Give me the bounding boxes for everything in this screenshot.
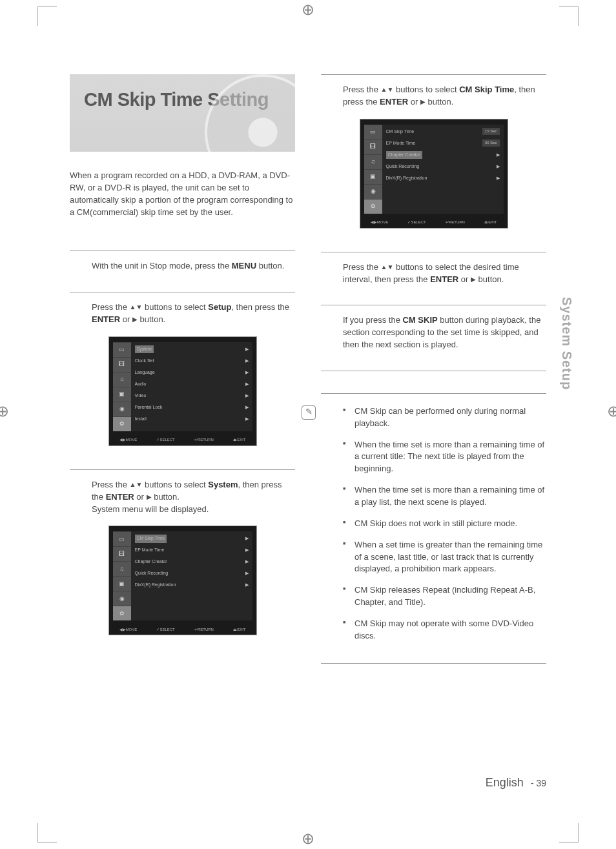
right-column: Press the ▲▼ buttons to select CM Skip T… <box>321 74 546 791</box>
step-text: If you press the <box>343 315 403 325</box>
onscreen-menu-system: System ▭ 🎞 ♫ ▣ ◉ ✿ CM Skip Time▶EP Mode … <box>108 526 257 635</box>
osd-title: System <box>174 518 191 526</box>
step-tail: System menu will be displayed. <box>92 504 209 514</box>
page-footer: English - 39 <box>486 774 546 791</box>
osd-hint: ↩RETURN <box>194 437 214 443</box>
osd-hint: ◀▶MOVE <box>119 627 138 633</box>
play-icon: ▶ <box>420 98 426 105</box>
note-item: CM Skip releases Repeat (including Repea… <box>343 584 546 609</box>
osd-footer: ◀▶MOVE ✓SELECT ↩RETURN ⏏EXIT <box>109 627 256 633</box>
onscreen-menu-cmskip: System ▭ 🎞 ♫ ▣ ◉ ✿ CM Skip Time15 SecEP … <box>360 119 508 229</box>
osd-hint: ↩RETURN <box>446 220 465 225</box>
menu-item: CM Skip Time <box>459 85 514 94</box>
disc-icon: ◉ <box>113 591 131 606</box>
photo-icon: ▣ <box>364 169 382 184</box>
up-down-arrows-icon: ▲▼ <box>381 86 394 93</box>
step-text: or <box>134 492 147 502</box>
osd-hint: ⏏EXIT <box>233 627 245 633</box>
music-icon: ♫ <box>113 561 131 576</box>
step-4: Press the ▲▼ buttons to select CM Skip T… <box>321 74 546 252</box>
disc-icon: ◉ <box>364 184 382 199</box>
nav-icon: ▭ <box>364 125 382 139</box>
music-icon: ♫ <box>113 372 131 387</box>
osd-footer: ◀▶MOVE ✓SELECT ↩RETURN ⏏EXIT <box>360 220 508 225</box>
menu-item: System <box>208 480 238 489</box>
osd-hint: ⏏EXIT <box>484 220 497 225</box>
crop-mark <box>37 823 57 843</box>
step-text: or <box>408 97 420 107</box>
crop-mark <box>559 823 579 843</box>
step-text: buttons to select <box>142 302 208 312</box>
step-text: or <box>120 314 132 324</box>
osd-hint: ◀▶MOVE <box>119 437 138 443</box>
footer-page-number: - 39 <box>531 778 546 788</box>
step-text: button. <box>152 492 180 502</box>
button-name: ENTER <box>106 492 134 502</box>
disc-icon: ◉ <box>113 402 131 416</box>
crop-mark <box>559 6 579 26</box>
note-block: ✎ CM Skip can be performed only during n… <box>321 393 546 664</box>
osd-sidebar: ▭ 🎞 ♫ ▣ ◉ ✿ <box>113 531 131 620</box>
step-3: Press the ▲▼ buttons to select System, t… <box>70 469 295 659</box>
registration-mark-icon: ⊕ <box>302 828 314 849</box>
button-name: ENTER <box>92 314 120 324</box>
nav-icon: ▭ <box>113 531 131 546</box>
note-item: When the time set is more than a remaini… <box>343 484 546 509</box>
up-down-arrows-icon: ▲▼ <box>381 263 394 271</box>
menu-item: Setup <box>208 302 231 312</box>
section-tab-label: System Setup <box>557 297 576 390</box>
step-text: buttons to select <box>393 85 459 94</box>
footer-language: English <box>486 776 524 789</box>
film-icon: 🎞 <box>364 139 382 154</box>
osd-hint: ✓SELECT <box>156 437 174 443</box>
step-text: button. <box>476 274 504 284</box>
photo-icon: ▣ <box>113 387 131 402</box>
up-down-arrows-icon: ▲▼ <box>130 303 143 311</box>
step-text: buttons to select <box>142 480 208 489</box>
step-text: or <box>458 274 471 284</box>
step-1: With the unit in Stop mode, press the ME… <box>70 251 295 292</box>
osd-hint: ◀▶MOVE <box>371 220 389 225</box>
crop-mark <box>37 6 57 26</box>
note-item: CM Skip can be performed only during nor… <box>343 405 546 430</box>
osd-title: Setup <box>176 329 189 337</box>
note-item: When the time set is more than a remaini… <box>343 439 546 476</box>
osd-title: System <box>425 112 442 119</box>
photo-icon: ▣ <box>113 576 131 591</box>
play-icon: ▶ <box>147 493 152 500</box>
button-name: ENTER <box>380 97 408 107</box>
step-text: Press the <box>343 85 381 94</box>
up-down-arrows-icon: ▲▼ <box>130 481 143 488</box>
button-name: ENTER <box>430 274 458 284</box>
button-name: CM SKIP <box>403 315 438 325</box>
osd-body: CM Skip Time15 SecEP Mode Time30 SecChap… <box>382 125 504 214</box>
note-list: CM Skip can be performed only during nor… <box>343 405 546 642</box>
step-6: If you press the CM SKIP button during p… <box>321 305 546 371</box>
note-icon: ✎ <box>302 405 316 420</box>
step-text: Press the <box>343 262 381 272</box>
step-text: Press the <box>92 302 130 312</box>
osd-body: CM Skip Time▶EP Mode Time▶Chapter Creato… <box>131 531 252 620</box>
step-text: With the unit in Stop mode, press the <box>92 261 232 271</box>
step-text: button. <box>138 314 165 324</box>
registration-mark-icon: ⊕ <box>607 400 616 423</box>
film-icon: 🎞 <box>113 546 131 561</box>
note-item: When a set time is greater than the rema… <box>343 539 546 576</box>
nav-icon: ▭ <box>113 342 131 357</box>
page-title-banner: CM Skip Time Setting <box>70 74 295 152</box>
registration-mark-icon: ⊕ <box>0 400 9 423</box>
step-text: button. <box>256 261 284 271</box>
step-text: button. <box>426 97 453 107</box>
play-icon: ▶ <box>132 316 138 323</box>
gear-icon: ✿ <box>113 416 131 431</box>
osd-hint: ✓SELECT <box>407 220 426 225</box>
note-item: CM Skip may not operate with some DVD-Vi… <box>343 618 546 642</box>
osd-sidebar: ▭ 🎞 ♫ ▣ ◉ ✿ <box>364 125 382 214</box>
step-5: Press the ▲▼ buttons to select the desir… <box>321 252 546 305</box>
osd-hint: ⏏EXIT <box>233 437 245 443</box>
osd-hint: ✓SELECT <box>156 627 174 633</box>
osd-body: System▶Clock Set▶Language▶Audio▶Video▶Pa… <box>131 342 252 431</box>
left-column: CM Skip Time Setting When a program reco… <box>70 74 295 791</box>
play-icon: ▶ <box>471 276 476 283</box>
step-2: Press the ▲▼ buttons to select Setup, th… <box>70 292 295 469</box>
